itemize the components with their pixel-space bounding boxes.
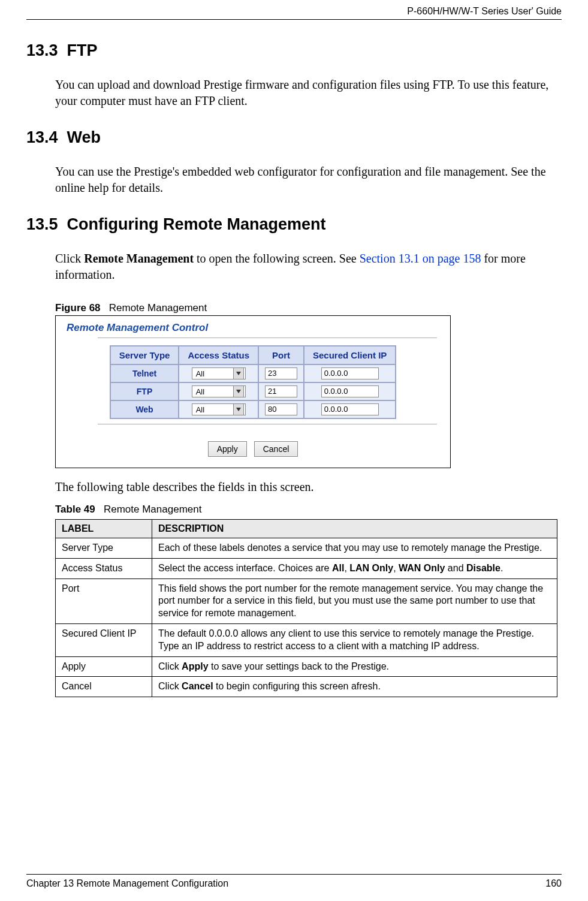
text-run: Select the access interface. Choices are [158,563,332,573]
table-header-row: Server Type Access Status Port Secured C… [110,346,396,364]
svg-marker-0 [236,372,241,375]
table-caption: Table 49 Remote Management [55,504,557,516]
ip-input-web[interactable]: 0.0.0.0 [321,403,379,415]
page-header-title: P-660H/HW/W-T Series User' Guide [26,6,562,20]
table-row: Web All 80 0.0.0.0 [110,400,396,418]
text-run: Click [158,681,182,691]
chevron-down-icon [233,385,244,397]
text-bold: LAN Only [349,563,393,573]
select-value: All [196,369,204,378]
post-figure-paragraph: The following table describes the fields… [55,479,562,495]
text-run: to begin configuring this screen afresh. [213,681,381,691]
divider [98,338,437,338]
text-run: . [500,563,503,573]
text-run: , [344,563,349,573]
text-run: to save your settings back to the Presti… [209,661,390,671]
col-secured-client-ip: Secured Client IP [304,346,396,364]
access-status-select-web[interactable]: All [192,403,246,415]
text-run: and [445,563,466,573]
svg-marker-1 [236,390,241,393]
server-type-label: FTP [110,382,179,400]
figure-title: Remote Management [109,302,207,314]
text-run: Click [55,252,84,265]
table-title: Remote Management [104,504,201,515]
section-number: 13.5 [26,215,58,233]
label-cell: Server Type [56,538,152,559]
text-run: Click [158,661,182,671]
server-type-label: Web [110,400,179,418]
select-value: All [196,387,204,396]
label-cell: Apply [56,656,152,677]
apply-button[interactable]: Apply [208,441,247,457]
chevron-down-icon [233,403,244,415]
table-row: Port This field shows the port number fo… [56,578,557,623]
cross-reference-link[interactable]: Section 13.1 on page 158 [360,252,481,265]
desc-cell: Each of these labels denotes a service t… [152,538,557,559]
text-run: , [393,563,399,573]
port-input-telnet[interactable]: 23 [265,367,297,379]
section-title: FTP [67,41,98,59]
col-access-status: Access Status [179,346,258,364]
text-run: to open the following screen. See [194,252,360,265]
col-server-type: Server Type [110,346,179,364]
figure-label: Figure 68 [55,302,101,314]
label-cell: Port [56,578,152,623]
section-heading-web: 13.4 Web [26,128,562,147]
col-description: DESCRIPTION [152,520,557,538]
panel-title: Remote Management Control [56,316,450,338]
desc-cell: The default 0.0.0.0 allows any client to… [152,623,557,656]
table-row: Secured Client IP The default 0.0.0.0 al… [56,623,557,656]
chevron-down-icon [233,367,244,379]
port-input-web[interactable]: 80 [265,403,297,415]
table-row: Server Type Each of these labels denotes… [56,538,557,559]
description-table: LABEL DESCRIPTION Server Type Each of th… [55,519,557,697]
text-bold: All [332,563,344,573]
label-cell: Access Status [56,558,152,578]
section-number: 13.4 [26,128,58,146]
server-type-label: Telnet [110,364,179,382]
section-heading-ftp: 13.3 FTP [26,41,562,60]
access-status-select-telnet[interactable]: All [192,367,246,379]
table-row: Cancel Click Cancel to begin configuring… [56,677,557,697]
col-label: LABEL [56,520,152,538]
section-ftp-paragraph: You can upload and download Prestige fir… [55,77,562,109]
label-cell: Cancel [56,677,152,697]
section-title: Configuring Remote Management [67,215,326,233]
desc-cell: Click Cancel to begin configuring this s… [152,677,557,697]
select-value: All [196,405,204,414]
text-bold: Remote Management [84,252,194,265]
table-row: Access Status Select the access interfac… [56,558,557,578]
port-input-ftp[interactable]: 21 [265,385,297,397]
cancel-button[interactable]: Cancel [254,441,298,457]
text-bold: Apply [182,661,208,671]
col-port: Port [258,346,304,364]
section-number: 13.3 [26,41,58,59]
text-bold: Cancel [182,681,213,691]
footer-page-number: 160 [545,878,562,889]
desc-cell: Select the access interface. Choices are… [152,558,557,578]
section-title: Web [67,128,101,146]
divider [98,424,437,424]
label-cell: Secured Client IP [56,623,152,656]
footer-chapter: Chapter 13 Remote Management Configurati… [26,878,228,889]
figure-caption: Figure 68 Remote Management [55,302,562,314]
access-status-select-ftp[interactable]: All [192,385,246,397]
text-bold: WAN Only [399,563,445,573]
svg-marker-2 [236,408,241,411]
section-config-paragraph: Click Remote Management to open the foll… [55,251,562,283]
section-web-paragraph: You can use the Prestige's embedded web … [55,164,562,196]
table-row: Telnet All 23 0.0.0.0 [110,364,396,382]
ip-input-telnet[interactable]: 0.0.0.0 [321,367,379,379]
desc-cell: This field shows the port number for the… [152,578,557,623]
remote-management-table: Server Type Access Status Port Secured C… [110,345,397,419]
table-row: FTP All 21 0.0.0.0 [110,382,396,400]
figure-remote-management: Remote Management Control Server Type Ac… [55,315,451,468]
table-row: Apply Click Apply to save your settings … [56,656,557,677]
table-label: Table 49 [55,504,95,515]
desc-cell: Click Apply to save your settings back t… [152,656,557,677]
table-header-row: LABEL DESCRIPTION [56,520,557,538]
ip-input-ftp[interactable]: 0.0.0.0 [321,385,379,397]
section-heading-config-remote-mgmt: 13.5 Configuring Remote Management [26,215,562,234]
text-bold: Disable [466,563,500,573]
